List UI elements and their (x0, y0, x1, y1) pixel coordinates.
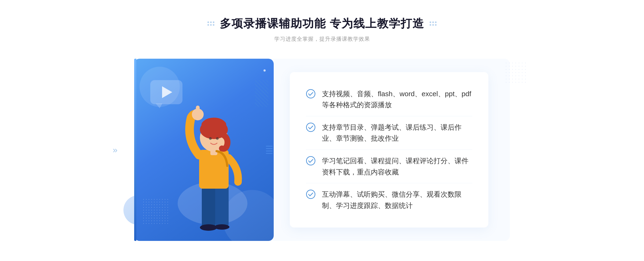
hash-marks (266, 146, 274, 154)
check-icon-1 (306, 89, 316, 99)
feature-item-1: 支持视频、音频、flash、word、excel、ppt、pdf等各种格式的资源… (306, 83, 472, 116)
svg-point-14 (306, 123, 315, 132)
page-wrapper: 多项录播课辅助功能 专为线上教学打造 学习进度全掌握，提升录播课教学效果 » (0, 0, 644, 261)
svg-point-16 (306, 190, 315, 199)
svg-rect-7 (196, 106, 200, 116)
svg-point-15 (306, 156, 315, 165)
svg-point-10 (209, 137, 212, 140)
check-icon-2 (306, 122, 316, 132)
chevron-icon-1: » (113, 145, 118, 155)
feature-text-1: 支持视频、音频、flash、word、excel、ppt、pdf等各种格式的资源… (322, 88, 472, 111)
svg-point-4 (214, 224, 229, 230)
content-section: 支持视频、音频、flash、word、excel、ppt、pdf等各种格式的资源… (134, 59, 510, 241)
svg-point-11 (216, 137, 219, 140)
main-content: » (134, 59, 510, 241)
svg-point-13 (306, 90, 315, 98)
features-card-inner: 支持视频、音频、flash、word、excel、ppt、pdf等各种格式的资源… (290, 72, 488, 228)
svg-point-3 (200, 224, 217, 231)
right-dots-decoration (504, 61, 526, 83)
feature-text-2: 支持章节目录、弹题考试、课后练习、课后作业、章节测验、批改作业 (322, 122, 472, 144)
page-subtitle: 学习进度全掌握，提升录播课教学效果 (274, 35, 370, 43)
features-card: 支持视频、音频、flash、word、excel、ppt、pdf等各种格式的资源… (268, 59, 510, 241)
accent-bar (134, 59, 136, 241)
title-dots-right (430, 21, 437, 26)
check-icon-4 (306, 189, 316, 199)
left-chevrons: » (113, 145, 118, 155)
card-dot-pattern (142, 198, 169, 225)
human-figure-illustration (170, 91, 255, 241)
svg-rect-1 (202, 185, 215, 228)
feature-item-2: 支持章节目录、弹题考试、课后练习、课后作业、章节测验、批改作业 (306, 117, 472, 150)
feature-text-3: 学习笔记回看、课程提问、课程评论打分、课件资料下载，重点内容收藏 (322, 155, 472, 178)
illustration-card (134, 59, 274, 241)
header-title-row: 多项录播课辅助功能 专为线上教学打造 (207, 16, 437, 31)
svg-rect-2 (215, 185, 229, 226)
feature-item-3: 学习笔记回看、课程提问、课程评论打分、课件资料下载，重点内容收藏 (306, 150, 472, 183)
star-deco-dot (264, 69, 266, 72)
page-title: 多项录播课辅助功能 专为线上教学打造 (220, 16, 424, 31)
stripe-decoration (255, 80, 268, 107)
feature-item-4: 互动弹幕、试听购买、微信分享、观看次数限制、学习进度跟踪、数据统计 (306, 184, 472, 217)
title-dots-left (207, 21, 214, 26)
feature-text-4: 互动弹幕、试听购买、微信分享、观看次数限制、学习进度跟踪、数据统计 (322, 189, 472, 211)
header-section: 多项录播课辅助功能 专为线上教学打造 学习进度全掌握，提升录播课教学效果 (0, 16, 644, 43)
check-icon-3 (306, 156, 316, 166)
